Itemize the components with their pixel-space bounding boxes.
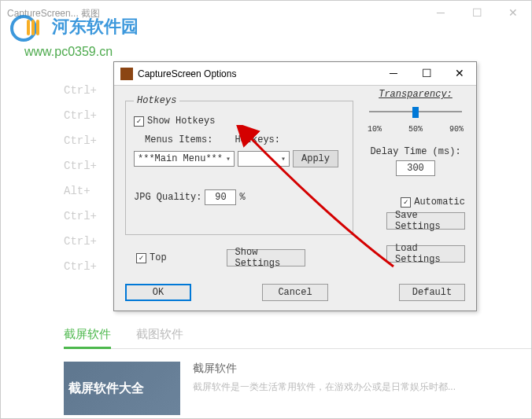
menus-items-label: Menus Items: bbox=[145, 134, 212, 145]
dialog-minimize-icon[interactable]: ─ bbox=[377, 62, 410, 84]
minimize-icon[interactable]: ─ bbox=[423, 1, 459, 24]
top-label: Top bbox=[150, 252, 167, 263]
load-settings-button[interactable]: Load Settings bbox=[386, 245, 465, 263]
default-button[interactable]: Default bbox=[399, 284, 465, 301]
background-shortcuts: Ctrl+ Ctrl+ Ctrl+ Ctrl+ Alt+ Ctrl+ Ctrl+… bbox=[64, 78, 97, 279]
chevron-down-icon: ▾ bbox=[226, 154, 231, 164]
menus-items-select[interactable]: ***Main Menu***▾ bbox=[134, 151, 235, 167]
top-row: ✓ Top Show Settings bbox=[136, 249, 305, 266]
save-settings-button[interactable]: Save Settings bbox=[386, 212, 465, 230]
outer-window-controls: ─ ☐ ✕ bbox=[423, 1, 531, 24]
options-dialog: CaptureScreen Options ─ ☐ ✕ Hotkeys ✓ Sh… bbox=[113, 61, 477, 311]
dialog-buttons: OK Cancel Default bbox=[125, 284, 465, 301]
related-title[interactable]: 截屏软件 bbox=[193, 362, 531, 376]
right-panel: Transparency: 10% 50% 90% Delay Time (ms… bbox=[366, 89, 465, 263]
apply-button[interactable]: Apply bbox=[293, 150, 338, 167]
jpg-quality-input[interactable]: 90 bbox=[205, 189, 236, 205]
transparency-label: Transparency: bbox=[366, 89, 465, 100]
delay-label: Delay Time (ms): bbox=[366, 146, 465, 157]
delay-input[interactable]: 300 bbox=[396, 160, 435, 176]
site-logo: 河东软件园 bbox=[10, 15, 152, 46]
jpg-quality-label: JPG Quality: bbox=[134, 192, 201, 203]
main-window: CaptureScreen... 截图 ─ ☐ ✕ 河东软件园 www.pc03… bbox=[0, 0, 532, 419]
hotkeys-legend: Hotkeys bbox=[134, 95, 179, 106]
percent-label: % bbox=[239, 192, 245, 203]
related-thumbnail[interactable]: 截屏软件大全 bbox=[64, 362, 180, 415]
transparency-ticks: 10% 50% 90% bbox=[366, 125, 465, 134]
ok-button[interactable]: OK bbox=[125, 284, 191, 301]
related-section: 截屏软件大全 截屏软件 截屏软件是一类生活常用软件，在游戏办公或是日常娱乐时都.… bbox=[64, 362, 531, 418]
close-icon[interactable]: ✕ bbox=[495, 1, 531, 24]
maximize-icon[interactable]: ☐ bbox=[459, 1, 495, 24]
automatic-checkbox[interactable]: ✓ bbox=[401, 197, 411, 208]
tab-capture[interactable]: 截图软件 bbox=[136, 327, 183, 349]
hotkeys-select[interactable]: ▾ bbox=[238, 151, 290, 167]
show-settings-button[interactable]: Show Settings bbox=[227, 249, 305, 266]
related-tabs: 截屏软件 截图软件 bbox=[64, 327, 183, 349]
show-hotkeys-label: Show Hotkeys bbox=[147, 116, 215, 127]
dialog-title-text: CaptureScreen Options bbox=[138, 68, 236, 79]
site-name: 河东软件园 bbox=[52, 15, 139, 39]
tab-screenshot[interactable]: 截屏软件 bbox=[64, 327, 111, 349]
dialog-maximize-icon[interactable]: ☐ bbox=[410, 62, 443, 84]
automatic-label: Automatic bbox=[414, 197, 465, 208]
related-desc: 截屏软件是一类生活常用软件，在游戏办公或是日常娱乐时都... bbox=[193, 380, 531, 394]
hotkeys-label: Hotkeys: bbox=[235, 134, 280, 145]
cancel-button[interactable]: Cancel bbox=[262, 284, 328, 301]
hotkeys-group: Hotkeys ✓ Show Hotkeys Menus Items: Hotk… bbox=[125, 95, 353, 235]
app-icon bbox=[120, 68, 133, 80]
chevron-down-icon: ▾ bbox=[281, 154, 286, 164]
transparency-slider[interactable] bbox=[366, 103, 465, 122]
show-hotkeys-checkbox[interactable]: ✓ bbox=[134, 116, 144, 127]
dialog-close-icon[interactable]: ✕ bbox=[443, 62, 476, 84]
dialog-title-bar[interactable]: CaptureScreen Options ─ ☐ ✕ bbox=[114, 62, 476, 86]
top-checkbox[interactable]: ✓ bbox=[136, 253, 146, 263]
site-url: www.pc0359.cn bbox=[24, 45, 113, 59]
